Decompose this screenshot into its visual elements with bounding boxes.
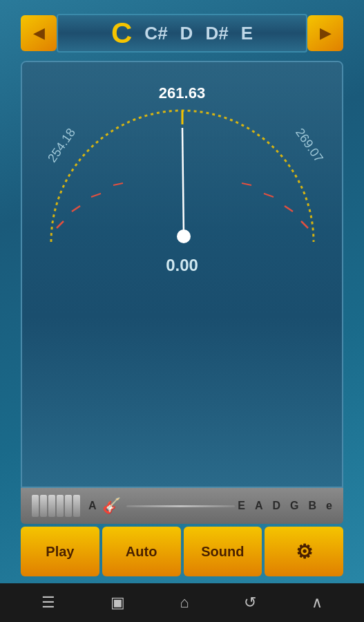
home-icon[interactable]: ⌂ (180, 594, 189, 612)
svg-line-7 (285, 206, 293, 211)
string-e-high[interactable]: e (326, 500, 332, 512)
string-line (126, 505, 236, 507)
settings-button[interactable]: ⚙ (265, 527, 343, 576)
gauge-container: 261.63 254.18 269.07 (22, 76, 342, 270)
prev-note-button[interactable]: ◀ (21, 15, 57, 51)
svg-line-2 (91, 194, 101, 197)
nav-bar: ☰ ▣ ⌂ ↺ ∧ (0, 583, 364, 622)
note-display: C C# D D# E (57, 14, 307, 53)
play-button[interactable]: Play (21, 527, 99, 576)
string-b[interactable]: B (309, 500, 317, 512)
sound-label: Sound (201, 544, 244, 560)
note-c-sharp: C# (144, 24, 167, 42)
note-e: E (241, 24, 253, 42)
fret-bar-3 (48, 495, 55, 517)
window-icon[interactable]: ▣ (111, 594, 125, 612)
active-note: C (111, 19, 132, 48)
string-frets (32, 495, 80, 517)
auto-label: Auto (126, 544, 157, 560)
svg-line-1 (72, 206, 80, 211)
svg-line-0 (57, 221, 64, 228)
up-icon[interactable]: ∧ (312, 594, 323, 612)
note-d: D (180, 24, 193, 42)
svg-line-6 (264, 194, 274, 197)
play-label: Play (46, 544, 74, 560)
string-e-low[interactable]: E (238, 500, 245, 512)
string-labels: E A D G B e (238, 500, 332, 512)
back-icon[interactable]: ↺ (244, 594, 256, 612)
string-selector: A 🎸 E A D G B e (21, 488, 343, 524)
note-d-sharp: D# (205, 24, 228, 42)
sound-button[interactable]: Sound (184, 527, 262, 576)
next-note-button[interactable]: ▶ (307, 15, 343, 51)
svg-line-8 (301, 221, 308, 228)
menu-icon[interactable]: ☰ (41, 594, 55, 612)
svg-point-10 (177, 229, 191, 243)
auto-button[interactable]: Auto (102, 527, 181, 576)
fret-bar-5 (65, 495, 72, 517)
fret-bar-2 (40, 495, 47, 517)
string-g[interactable]: G (290, 500, 298, 512)
svg-line-9 (182, 128, 184, 235)
string-d[interactable]: D (273, 500, 281, 512)
action-buttons: Play Auto Sound ⚙ (21, 527, 343, 576)
left-arrow-icon: ◀ (33, 24, 45, 42)
string-a-low[interactable]: A (88, 500, 97, 512)
fret-bar-1 (32, 495, 39, 517)
center-frequency: 261.63 (159, 84, 205, 102)
svg-line-5 (242, 183, 251, 185)
gauge-svg (23, 76, 341, 270)
guitar-head-icon: 🎸 (102, 497, 121, 515)
tuner-display: 261.63 254.18 269.07 (21, 61, 343, 488)
gear-icon: ⚙ (296, 540, 313, 563)
fret-bar-6 (73, 495, 80, 517)
fret-bar-4 (57, 495, 64, 517)
note-selector: ◀ C C# D D# E ▶ (21, 14, 343, 53)
string-a[interactable]: A (255, 500, 263, 512)
right-arrow-icon: ▶ (320, 24, 332, 42)
svg-line-3 (113, 183, 123, 185)
